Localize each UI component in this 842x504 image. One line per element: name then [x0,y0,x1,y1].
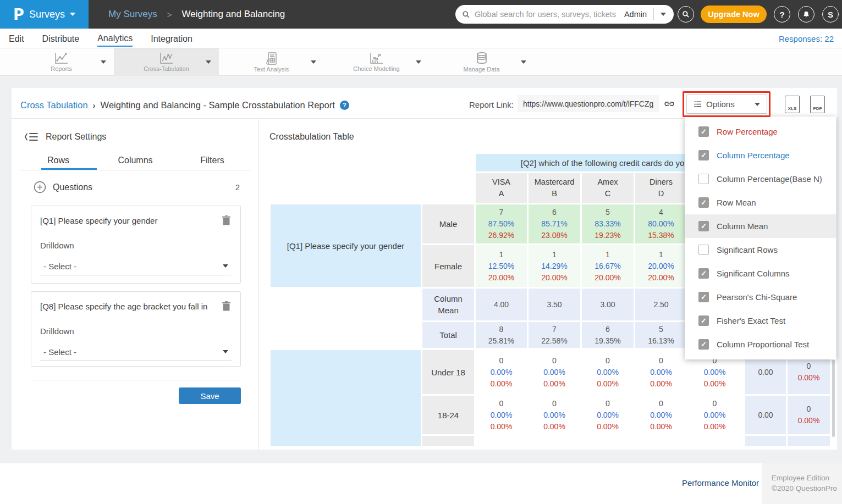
chevron-down-icon [223,264,228,268]
breadcrumb-cross-tabulation[interactable]: Cross Tabulation [20,100,88,110]
checkbox-unchecked-icon[interactable] [698,245,709,255]
chevron-down-icon[interactable] [101,60,106,64]
report-url-field[interactable]: https://www.questionpro.com/t/lFFCZg [518,95,659,112]
nav-item-integration[interactable]: Integration [151,31,192,46]
option-column-percentage-base-n[interactable]: Column Percentage(Base N) [685,167,836,191]
row-question-q8 [271,350,421,446]
surveys-menu[interactable]: P Surveys [0,0,89,29]
avatar[interactable]: S [822,6,839,23]
options-button[interactable]: Options [686,95,767,114]
breadcrumb-separator: › [93,101,96,110]
crosstab-cell: 8 25.81% [476,322,527,348]
save-button[interactable]: Save [179,387,241,404]
tab-columns[interactable]: Columns [97,156,174,171]
copyright-label: ©2020 QuestionPro [772,483,842,494]
line-chart-icon [54,52,69,64]
export-xls-button[interactable]: XLS [785,96,800,113]
crosstab-cell-row-mean: 0.00 [745,396,786,434]
toolbar-item-cross-tabulation[interactable]: Cross-Tabulation [114,48,219,76]
delete-question-button[interactable] [222,301,230,311]
chevron-down-icon [223,350,228,353]
checkbox-checked-icon[interactable]: ✓ [698,126,709,137]
breadcrumb-my-surveys[interactable]: My Surveys [108,9,157,20]
checkbox-checked-icon[interactable]: ✓ [698,150,709,160]
toolbar-item-manage-data[interactable]: Manage Data [429,48,534,76]
option-column-percentage[interactable]: ✓ Column Percentage [685,143,836,167]
option-significant-columns[interactable]: ✓ Significant Columns [685,262,836,285]
chevron-down-icon[interactable] [521,60,526,64]
link-icon[interactable] [663,98,675,110]
performance-monitor-link[interactable]: Performance Monitor [682,478,759,488]
chevron-down-icon[interactable] [311,60,316,64]
question-mark-icon: ? [779,10,784,19]
column-header-amex: Amex C [582,173,634,203]
divider [258,119,259,450]
checkbox-checked-icon[interactable]: ✓ [698,197,709,208]
survey-nav: Edit Distribute Analytics Integration Re… [0,29,842,48]
crosstab-cell [689,436,741,446]
toolbar-item-choice-modelling[interactable]: Choice Modelling [324,48,429,76]
drilldown-select[interactable]: - Select - [40,257,232,275]
list-icon [694,100,702,108]
row-label-under-18: Under 18 [422,350,474,394]
option-column-proportional-test[interactable]: ✓ Column Proportional Test [685,333,836,356]
checkbox-checked-icon[interactable]: ✓ [698,339,709,350]
export-pdf-button[interactable]: PDF [810,96,825,113]
drilldown-label: Drilldown [40,326,74,336]
crosstab-cell [476,436,527,446]
responses-count[interactable]: Responses: 22 [779,29,834,48]
option-row-mean[interactable]: ✓ Row Mean [685,191,836,214]
help-button[interactable]: ? [774,6,790,23]
option-significant-rows[interactable]: Significant Rows [685,238,836,262]
add-question-icon[interactable] [34,181,46,193]
scatter-chart-icon [370,52,384,64]
tab-filters[interactable]: Filters [174,156,251,171]
crosstab-cell: 1 20.00% 20.00% [635,245,687,287]
column-header-mastercard: Mastercard B [529,173,580,203]
chevron-down-icon[interactable] [206,60,211,64]
nav-item-edit[interactable]: Edit [9,31,24,46]
crosstab-cell: 0 0.00% 0.00% [476,396,527,434]
nav-item-distribute[interactable]: Distribute [42,31,80,46]
crosstab-cell: 3.50 [529,289,580,320]
vertical-scrollbar[interactable] [832,360,835,437]
nav-item-analytics[interactable]: Analytics [97,30,133,47]
checkbox-checked-icon[interactable]: ✓ [698,221,709,231]
chevron-down-icon[interactable] [416,60,421,64]
crosstab-cell: 1 14.29% 20.00% [529,245,580,287]
options-dropdown-menu: ✓ Row Percentage ✓ Column Percentage Col… [685,117,836,359]
crosstab-cell: 7 87.50% 26.92% [476,204,527,243]
toolbar-item-reports[interactable]: Reports [9,48,114,76]
checkbox-unchecked-icon[interactable] [698,174,709,184]
search-submit-button[interactable] [678,6,694,23]
divider [653,8,654,20]
option-fishers-exact-test[interactable]: ✓ Fisher's Exact Test [685,309,836,333]
search-scope-dropdown[interactable] [661,13,666,16]
checkbox-checked-icon[interactable]: ✓ [698,268,709,279]
option-pearsons-chi-square[interactable]: ✓ Pearson's Chi-Square [685,285,836,309]
crosstab-cell: 6 19.35% [582,322,634,348]
search-icon [462,10,470,19]
column-header-diners: Diners D [635,173,687,203]
option-row-percentage[interactable]: ✓ Row Percentage [685,120,836,143]
toolbar-item-text-analysis[interactable]: Text Analysis [219,48,324,76]
delete-question-button[interactable] [222,215,230,225]
upgrade-now-button[interactable]: Upgrade Now [701,5,767,23]
search-input[interactable] [475,10,620,19]
search-icon [682,10,690,18]
report-settings-toggle[interactable]: Report Settings [24,131,106,142]
row-label-total: Total [422,322,474,348]
crosstab-cell: 0 0.00% 0.00% [582,350,634,394]
option-column-mean[interactable]: ✓ Column Mean [685,214,836,238]
notifications-button[interactable] [798,6,815,23]
checkbox-checked-icon[interactable]: ✓ [698,292,709,302]
crosstab-cell: 0 0.00% 0.00% [529,350,580,394]
help-icon[interactable]: ? [340,101,349,110]
questions-label: Questions [53,182,92,192]
drilldown-select[interactable]: - Select - [40,343,232,361]
checkbox-checked-icon[interactable]: ✓ [698,315,709,326]
divider [31,380,241,380]
crosstab-cell: 5 16.13% [635,322,687,348]
trash-icon [222,301,230,311]
row-label-female: Female [422,245,474,287]
